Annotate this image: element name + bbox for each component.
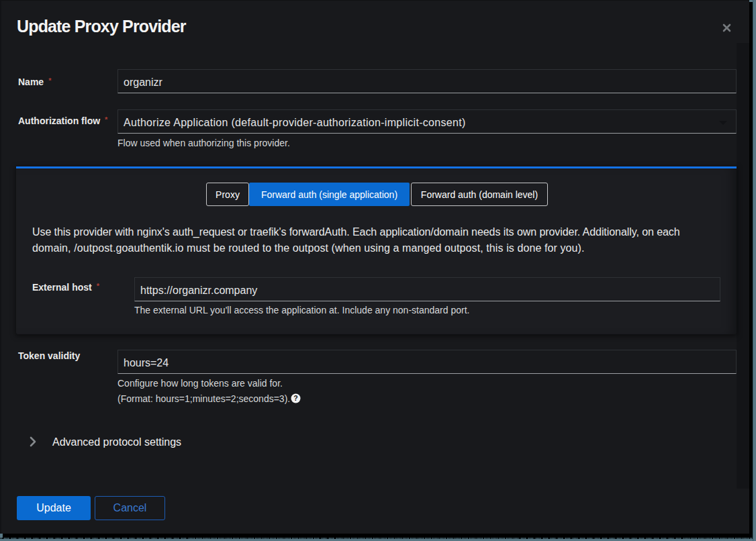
svg-text:?: ?: [293, 394, 297, 402]
